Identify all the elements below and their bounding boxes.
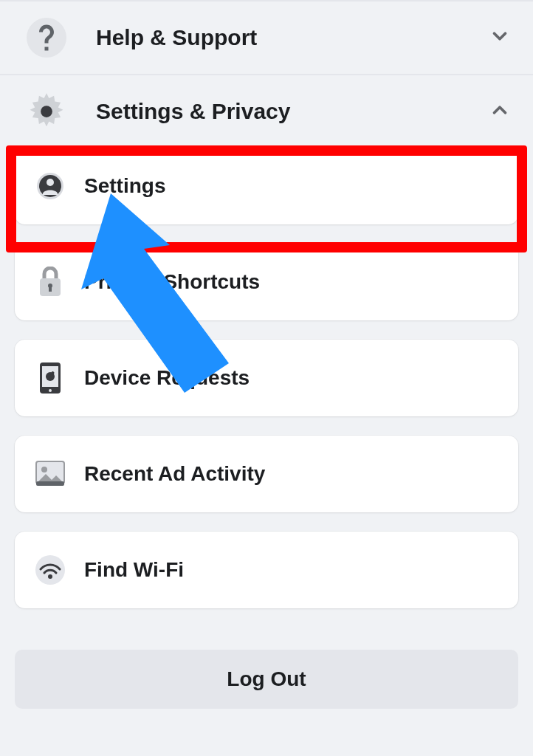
device-icon <box>34 362 66 394</box>
svg-rect-15 <box>36 481 64 486</box>
logout-button[interactable]: Log Out <box>15 650 518 709</box>
find-wifi-label: Find Wi-Fi <box>84 558 184 582</box>
settings-privacy-list: Settings Privacy Shortcuts Device Reques… <box>0 148 533 636</box>
svg-point-14 <box>41 467 47 472</box>
svg-rect-7 <box>49 286 52 292</box>
device-requests-label: Device Requests <box>84 366 250 390</box>
wifi-icon <box>34 554 66 586</box>
privacy-shortcuts-item[interactable]: Privacy Shortcuts <box>15 244 518 320</box>
profile-icon <box>34 170 66 202</box>
privacy-shortcuts-label: Privacy Shortcuts <box>84 270 260 294</box>
svg-point-10 <box>49 389 52 392</box>
image-icon <box>34 458 66 490</box>
find-wifi-item[interactable]: Find Wi-Fi <box>15 532 518 608</box>
lock-icon <box>34 266 66 298</box>
svg-point-17 <box>48 574 52 579</box>
svg-point-4 <box>47 179 54 186</box>
settings-item-label: Settings <box>84 174 165 198</box>
recent-ad-activity-item[interactable]: Recent Ad Activity <box>15 436 518 512</box>
svg-point-1 <box>41 106 52 117</box>
settings-privacy-label: Settings & Privacy <box>96 99 489 124</box>
recent-ad-activity-label: Recent Ad Activity <box>84 462 265 486</box>
device-requests-item[interactable]: Device Requests <box>15 340 518 416</box>
chevron-down-icon <box>489 25 511 50</box>
settings-privacy-section[interactable]: Settings & Privacy <box>0 75 533 148</box>
help-support-section[interactable]: Help & Support <box>0 1 533 74</box>
question-icon <box>27 18 66 58</box>
gear-icon <box>27 92 66 131</box>
chevron-up-icon <box>489 99 511 124</box>
settings-item[interactable]: Settings <box>15 148 518 224</box>
logout-container: Log Out <box>0 636 533 709</box>
help-support-label: Help & Support <box>96 25 489 50</box>
